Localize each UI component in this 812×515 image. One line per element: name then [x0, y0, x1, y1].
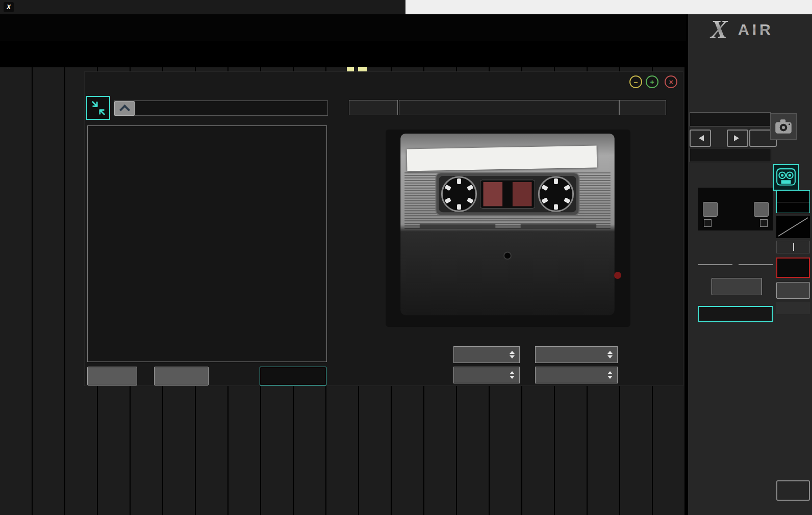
file-browser-list [87, 125, 327, 362]
select-arrows-icon [607, 371, 613, 379]
snapshot-next-icon[interactable] [727, 130, 748, 147]
rec-right-source-select[interactable] [453, 367, 520, 383]
last-gate-checkbox-x[interactable] [704, 219, 712, 227]
partial-label-fragment [358, 67, 367, 71]
main-comp-thumbnail[interactable] [776, 216, 810, 238]
usb-recorder-dialog: – + × [84, 71, 683, 386]
svg-text:AIR: AIR [738, 21, 774, 38]
mixer-tab-bar [0, 14, 686, 41]
prev-track-button[interactable] [87, 367, 137, 385]
collapse-window-icon[interactable] [86, 96, 110, 120]
main-channel-name[interactable] [776, 258, 810, 278]
title-bar-light-region [405, 0, 812, 14]
minimize-icon[interactable]: – [629, 75, 642, 88]
partial-label-fragment [347, 67, 354, 71]
main-pan-control[interactable] [776, 241, 810, 253]
select-divider [698, 264, 773, 265]
snapshot-name-field[interactable] [690, 112, 771, 126]
path-field[interactable] [114, 100, 328, 116]
main-solo-button[interactable] [776, 282, 810, 299]
folder-up-icon[interactable] [114, 101, 135, 116]
svg-text:X: X [709, 16, 728, 41]
xair-logo: X AIR [701, 16, 803, 41]
main-lr-button[interactable] [698, 306, 773, 322]
select-arrows-icon [510, 371, 515, 379]
main-mute-button[interactable] [776, 480, 810, 501]
recorder-file-field[interactable] [690, 148, 771, 162]
rec-left-tap-select[interactable] [535, 346, 618, 363]
title-bar: X [0, 0, 812, 14]
automix-y-button[interactable] [754, 202, 769, 217]
cassette-panel [386, 130, 630, 327]
next-track-button[interactable] [154, 367, 209, 385]
xair-edit-app: X – + × [0, 0, 812, 515]
app-icon: X [4, 2, 14, 12]
rec-right-tap-select[interactable] [535, 367, 618, 383]
close-icon[interactable]: × [665, 75, 677, 88]
clear-solo-button[interactable] [712, 278, 762, 295]
automix-x-button[interactable] [703, 202, 718, 217]
snapshot-prev-icon[interactable] [690, 130, 711, 147]
play-folder-button[interactable] [260, 367, 326, 385]
select-arrows-icon [607, 351, 613, 358]
remaining-time [619, 100, 666, 115]
recorder-icon[interactable] [773, 164, 799, 191]
main-fader-value [776, 302, 810, 314]
snapshot-number [711, 130, 725, 145]
playback-progress-bar[interactable] [399, 100, 619, 115]
rec-left-source-select[interactable] [453, 346, 520, 363]
snapshot-icon[interactable] [770, 113, 797, 140]
automix-panel [698, 188, 773, 230]
main-lr-fader[interactable] [776, 318, 810, 498]
cassette-title-label [407, 145, 597, 171]
elapsed-time [349, 100, 398, 115]
select-arrows-icon [510, 351, 515, 358]
last-gate-checkbox-y[interactable] [760, 219, 768, 227]
record-indicator-icon [614, 272, 621, 279]
maximize-icon[interactable]: + [646, 75, 658, 88]
right-sidebar: X AIR [686, 14, 812, 515]
main-eq-thumbnail[interactable] [776, 190, 810, 213]
